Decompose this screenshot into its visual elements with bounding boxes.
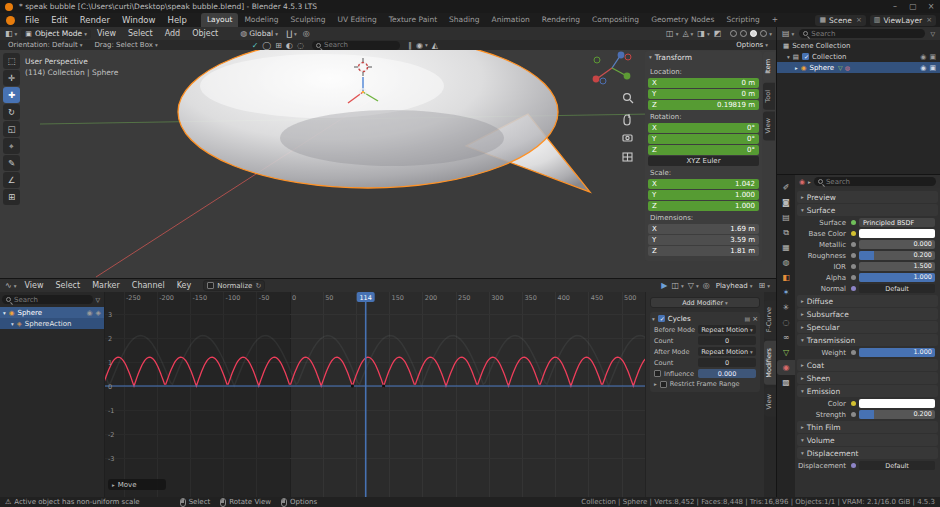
minimize-button[interactable]: – [886, 1, 904, 12]
tool-scale[interactable]: ◱ [3, 121, 20, 137]
weight-slider[interactable]: 1.000 [859, 348, 935, 357]
menu-help[interactable]: Help [161, 15, 192, 25]
zoom-icon[interactable] [624, 94, 633, 103]
disable-render-icon[interactable]: ▣ [929, 64, 936, 72]
props-tab-physics-icon[interactable]: ◌ [781, 315, 792, 330]
section-preview[interactable]: ▸Preview [797, 191, 938, 203]
channel-filter-icon[interactable]: ▽ [93, 294, 102, 305]
channel-search-input[interactable]: Search [2, 295, 93, 304]
location-x-field[interactable]: X0 m [648, 78, 759, 88]
viewport-search-input[interactable]: Search [312, 41, 400, 50]
metallic-slider[interactable]: 0.000 [859, 240, 935, 249]
props-tab-tool-icon[interactable]: ✐ [781, 180, 792, 195]
pivot-icon[interactable]: ◉▾ [414, 40, 430, 51]
viewport-canvas[interactable]: ⬚ ✛ ✚ ↻ ◱ ⌖ ✎ ∠ ⊞ User Perspective (114)… [0, 50, 776, 278]
dimensions-z-field[interactable]: Z1.81 m [648, 246, 759, 256]
menu-edit[interactable]: Edit [45, 15, 73, 25]
section-thin-film[interactable]: ▸Thin Film [797, 421, 938, 433]
props-tab-data-icon[interactable]: ▽ [781, 345, 791, 360]
props-tab-render-icon[interactable]: ◙ [780, 195, 792, 210]
camera-view-icon[interactable] [623, 135, 632, 141]
displacement-dropdown[interactable]: Default [859, 461, 935, 470]
close-button[interactable]: × [922, 1, 940, 12]
gizmos-dropdown[interactable]: ◬▾ [680, 28, 695, 39]
location-z-field[interactable]: Z0.19819 m [648, 100, 759, 110]
menu-file[interactable]: File [19, 15, 45, 25]
props-tab-modifiers-icon[interactable]: ✶ [781, 285, 792, 300]
section-specular[interactable]: ▸Specular [797, 321, 938, 333]
base-color-swatch[interactable] [859, 229, 935, 238]
editor-type-icon[interactable]: ◧▾ [3, 28, 19, 39]
shading-wireframe-icon[interactable] [730, 30, 737, 37]
graph-menu-key[interactable]: Key [171, 281, 198, 290]
scale-z-field[interactable]: Z1.000 [648, 201, 759, 211]
outliner-row-collection[interactable]: ▾ ▤ Collection ◉ ▣ [777, 51, 940, 62]
outliner-row-sphere[interactable]: ▸ ◉ Sphere ▽ ◍ ◉ ▣ [777, 62, 940, 73]
normal-dropdown[interactable]: Default [859, 284, 935, 293]
overlay-toggle-icon-2[interactable]: ⊞ [273, 40, 284, 51]
ghost-curves-icon[interactable]: ◫▾ [669, 280, 685, 291]
workspace-tab-compositing[interactable]: Compositing [586, 13, 645, 27]
section-coat[interactable]: ▸Coat [797, 359, 938, 371]
pan-hand-icon[interactable] [624, 114, 630, 125]
rotation-mode-dropdown[interactable]: XYZ Euler [648, 156, 759, 166]
alpha-slider[interactable]: 1.000 [859, 273, 935, 282]
scene-selector[interactable]: ▦ Scene × [815, 15, 865, 26]
props-tab-particles-icon[interactable]: ✳ [781, 300, 792, 315]
tool-annotate[interactable]: ✎ [3, 155, 20, 171]
workspace-tab-texture-paint[interactable]: Texture Paint [383, 13, 443, 27]
after-mode-dropdown[interactable]: Repeat Motion▾ [698, 347, 756, 356]
mode-dropdown[interactable]: ▣ Object Mode ▾ [21, 29, 91, 39]
workspace-tab-rendering[interactable]: Rendering [536, 13, 586, 27]
location-y-field[interactable]: Y0 m [648, 89, 759, 99]
operator-panel[interactable]: ▸ Move [108, 479, 166, 490]
hide-eye-icon[interactable]: ◉ [920, 53, 926, 61]
before-count-field[interactable]: 0 [698, 336, 756, 345]
viewport-menu-view[interactable]: View [91, 29, 122, 38]
outliner-row-scene-collection[interactable]: ▦ Scene Collection [777, 40, 940, 51]
tool-drag-dropdown[interactable]: Drag: Select Box▾ [92, 40, 159, 51]
tool-add-primitive[interactable]: ⊞ [3, 189, 20, 205]
collection-checkbox[interactable] [802, 53, 809, 60]
surface-shader-button[interactable]: Principled BSDF [859, 218, 935, 227]
ior-slider[interactable]: 1.500 [859, 262, 935, 271]
section-displacement[interactable]: ▾Displacement [797, 447, 938, 459]
dimensions-x-field[interactable]: X1.69 m [648, 224, 759, 234]
snap-magnet-icon[interactable]: ∐▾ [284, 28, 299, 39]
section-surface[interactable]: ▾Surface [797, 204, 938, 216]
tool-select-box[interactable]: ⬚ [3, 53, 20, 69]
proportional-edit-icon[interactable]: ◎ [701, 280, 712, 291]
props-tab-scene-icon[interactable]: ▦ [780, 240, 792, 255]
mode-transfer-icon[interactable]: ✓ [250, 40, 261, 51]
section-diffuse[interactable]: ▸Diffuse [797, 295, 938, 307]
emission-color-swatch[interactable] [859, 399, 935, 408]
channel-visibility-icon[interactable]: ◉ [87, 309, 93, 317]
scene-unlink-icon[interactable]: × [856, 16, 862, 24]
viewlayer-unlink-icon[interactable]: × [926, 16, 932, 24]
props-tab-viewlayer-icon[interactable]: ⧉ [781, 225, 791, 240]
tool-move[interactable]: ✚ [3, 87, 20, 103]
graph-menu-select[interactable]: Select [49, 281, 86, 290]
snap-extra-icon[interactable]: ∥ [406, 40, 414, 51]
rotation-y-field[interactable]: Y0° [648, 134, 759, 144]
channel-row-sphere[interactable]: ▾ ◉ Sphere ◉ ◈ [0, 307, 104, 318]
graph-tab-modifiers[interactable]: Modifiers [764, 341, 776, 385]
outliner-search-input[interactable]: Search [799, 29, 925, 38]
object-visibility-dropdown[interactable]: ◫▾ [664, 28, 680, 39]
shading-solid-icon[interactable] [740, 30, 747, 37]
workspace-tab-animation[interactable]: Animation [486, 13, 536, 27]
section-subsurface[interactable]: ▸Subsurface [797, 308, 938, 320]
shading-dropdown-icon[interactable]: ▾ [769, 31, 772, 37]
graph-extra-icon[interactable]: ⊞▾ [757, 280, 772, 291]
channel-row-sphereaction[interactable]: ▾ ◈ SphereAction [0, 318, 104, 329]
section-emission[interactable]: ▾Emission [797, 385, 938, 397]
tool-rotate[interactable]: ↻ [3, 104, 20, 120]
transform-orientation-dropdown[interactable]: ◍ Global ▾ [238, 28, 280, 39]
hide-eye-icon[interactable]: ◉ [920, 64, 926, 72]
roughness-slider[interactable]: 0.200 [859, 251, 935, 260]
influence-slider[interactable]: 0.000 [698, 369, 756, 378]
influence-checkbox[interactable] [654, 370, 661, 377]
overlays-dropdown[interactable]: ◨▾ [695, 28, 711, 39]
maximize-button[interactable]: ▢ [904, 1, 922, 12]
scale-x-field[interactable]: X1.042 [648, 179, 759, 189]
